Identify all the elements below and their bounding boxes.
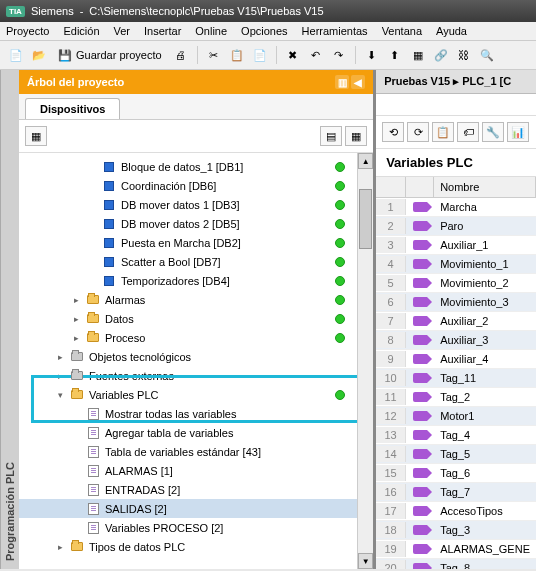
- tree-item[interactable]: DB mover datos 2 [DB5]: [19, 214, 357, 233]
- editor-tool-2[interactable]: ⟳: [407, 122, 429, 142]
- scroll-down-button[interactable]: ▼: [358, 553, 373, 569]
- grid-row[interactable]: 19ALARMAS_GENE: [376, 540, 536, 559]
- editor-tool-5[interactable]: 🔧: [482, 122, 504, 142]
- expander-icon[interactable]: ▸: [55, 352, 65, 362]
- tree-item[interactable]: SALIDAS [2]: [19, 499, 357, 518]
- variable-name[interactable]: Auxiliar_2: [434, 313, 536, 329]
- expander-icon[interactable]: ▸: [55, 371, 65, 381]
- variable-name[interactable]: Auxiliar_3: [434, 332, 536, 348]
- project-tree[interactable]: Bloque de datos_1 [DB1]Coordinación [DB6…: [19, 153, 357, 569]
- tree-item[interactable]: DB mover datos 1 [DB3]: [19, 195, 357, 214]
- variable-name[interactable]: Movimiento_3: [434, 294, 536, 310]
- menu-opciones[interactable]: Opciones: [241, 25, 287, 37]
- menu-insertar[interactable]: Insertar: [144, 25, 181, 37]
- variable-name[interactable]: Tag_2: [434, 389, 536, 405]
- tree-scrollbar[interactable]: ▲ ▼: [357, 153, 373, 569]
- expander-icon[interactable]: ▸: [71, 295, 81, 305]
- tree-item[interactable]: ▸Proceso: [19, 328, 357, 347]
- grid-row[interactable]: 6Movimiento_3: [376, 293, 536, 312]
- editor-tool-1[interactable]: ⟲: [382, 122, 404, 142]
- menu-online[interactable]: Online: [195, 25, 227, 37]
- search-button[interactable]: 🔍: [477, 45, 497, 65]
- tree-item[interactable]: ▾Variables PLC: [19, 385, 357, 404]
- tree-item[interactable]: ENTRADAS [2]: [19, 480, 357, 499]
- breadcrumb[interactable]: Pruebas V15 ▸ PLC_1 [C: [376, 70, 536, 94]
- scroll-up-button[interactable]: ▲: [358, 153, 373, 169]
- tree-item[interactable]: ▸Objetos tecnológicos: [19, 347, 357, 366]
- open-project-button[interactable]: 📂: [29, 45, 49, 65]
- copy-button[interactable]: 📋: [227, 45, 247, 65]
- tree-item[interactable]: Temporizadores [DB4]: [19, 271, 357, 290]
- editor-tool-4[interactable]: 🏷: [457, 122, 479, 142]
- grid-row[interactable]: 16Tag_7: [376, 483, 536, 502]
- pane-options-button[interactable]: ▥: [335, 75, 349, 89]
- col-nombre[interactable]: Nombre: [434, 177, 536, 197]
- grid-row[interactable]: 4Movimiento_1: [376, 255, 536, 274]
- grid-row[interactable]: 20Tag_8: [376, 559, 536, 569]
- grid-row[interactable]: 18Tag_3: [376, 521, 536, 540]
- tree-item[interactable]: ALARMAS [1]: [19, 461, 357, 480]
- upload-button[interactable]: ⬆: [385, 45, 405, 65]
- grid-row[interactable]: 9Auxiliar_4: [376, 350, 536, 369]
- tree-view-list[interactable]: ▤: [320, 126, 342, 146]
- grid-row[interactable]: 7Auxiliar_2: [376, 312, 536, 331]
- tree-item[interactable]: Mostrar todas las variables: [19, 404, 357, 423]
- variable-name[interactable]: Motor1: [434, 408, 536, 424]
- grid-row[interactable]: 5Movimiento_2: [376, 274, 536, 293]
- print-button[interactable]: 🖨: [171, 45, 191, 65]
- grid-row[interactable]: 10Tag_11: [376, 369, 536, 388]
- grid-row[interactable]: 2Paro: [376, 217, 536, 236]
- pane-collapse-button[interactable]: ◀: [351, 75, 365, 89]
- grid-row[interactable]: 8Auxiliar_3: [376, 331, 536, 350]
- variable-name[interactable]: Tag_5: [434, 446, 536, 462]
- variable-name[interactable]: Paro: [434, 218, 536, 234]
- tree-item[interactable]: ▸Alarmas: [19, 290, 357, 309]
- tab-dispositivos[interactable]: Dispositivos: [25, 98, 120, 119]
- expander-icon[interactable]: ▾: [55, 390, 65, 400]
- delete-button[interactable]: ✖: [283, 45, 303, 65]
- expander-icon[interactable]: ▸: [55, 542, 65, 552]
- editor-tool-3[interactable]: 📋: [432, 122, 454, 142]
- tree-item[interactable]: ▸Datos: [19, 309, 357, 328]
- expander-icon[interactable]: ▸: [71, 333, 81, 343]
- variable-name[interactable]: Tag_8: [434, 560, 536, 569]
- expander-icon[interactable]: ▸: [71, 314, 81, 324]
- variable-name[interactable]: Tag_4: [434, 427, 536, 443]
- tree-item[interactable]: Bloque de datos_1 [DB1]: [19, 157, 357, 176]
- paste-button[interactable]: 📄: [250, 45, 270, 65]
- variable-name[interactable]: Movimiento_1: [434, 256, 536, 272]
- variable-name[interactable]: Auxiliar_1: [434, 237, 536, 253]
- tree-tool-1[interactable]: ▦: [25, 126, 47, 146]
- download-button[interactable]: ⬇: [362, 45, 382, 65]
- tree-item[interactable]: Agregar tabla de variables: [19, 423, 357, 442]
- variable-name[interactable]: ALARMAS_GENE: [434, 541, 536, 557]
- grid-row[interactable]: 12Motor1: [376, 407, 536, 426]
- menu-edicion[interactable]: Edición: [63, 25, 99, 37]
- variable-name[interactable]: Movimiento_2: [434, 275, 536, 291]
- variable-name[interactable]: Tag_7: [434, 484, 536, 500]
- variable-name[interactable]: Marcha: [434, 199, 536, 215]
- grid-row[interactable]: 13Tag_4: [376, 426, 536, 445]
- tree-item[interactable]: ▸Fuentes externas: [19, 366, 357, 385]
- go-online-button[interactable]: 🔗: [431, 45, 451, 65]
- grid-row[interactable]: 11Tag_2: [376, 388, 536, 407]
- grid-row[interactable]: 17AccesoTipos: [376, 502, 536, 521]
- menu-ver[interactable]: Ver: [114, 25, 131, 37]
- variable-name[interactable]: Tag_6: [434, 465, 536, 481]
- variable-name[interactable]: Tag_3: [434, 522, 536, 538]
- undo-button[interactable]: ↶: [306, 45, 326, 65]
- tree-item[interactable]: ▸Tipos de datos PLC: [19, 537, 357, 556]
- tree-view-detail[interactable]: ▦: [345, 126, 367, 146]
- variables-grid[interactable]: Nombre 1Marcha2Paro3Auxiliar_14Movimient…: [376, 177, 536, 569]
- menu-proyecto[interactable]: Proyecto: [6, 25, 49, 37]
- grid-row[interactable]: 1Marcha: [376, 198, 536, 217]
- tree-item[interactable]: Coordinación [DB6]: [19, 176, 357, 195]
- compile-button[interactable]: ▦: [408, 45, 428, 65]
- grid-row[interactable]: 3Auxiliar_1: [376, 236, 536, 255]
- menu-herramientas[interactable]: Herramientas: [302, 25, 368, 37]
- save-project-button[interactable]: 💾 Guardar proyecto: [52, 47, 168, 64]
- variable-name[interactable]: AccesoTipos: [434, 503, 536, 519]
- tree-item[interactable]: Tabla de variables estándar [43]: [19, 442, 357, 461]
- cut-button[interactable]: ✂: [204, 45, 224, 65]
- menu-ventana[interactable]: Ventana: [382, 25, 422, 37]
